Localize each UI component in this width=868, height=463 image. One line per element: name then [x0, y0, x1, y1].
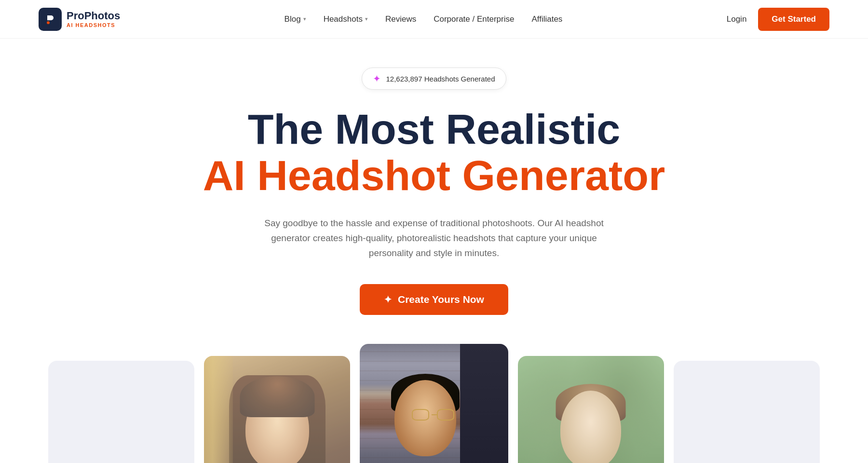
hero-title-line1: The Most Realistic: [248, 107, 621, 151]
hero-title-line2: AI Headshot Generator: [203, 153, 665, 198]
portrait-hair: [240, 376, 314, 417]
gallery-card-outer-left: [48, 361, 194, 463]
wand-icon: ✦: [384, 294, 392, 305]
hero-subtitle: Say goodbye to the hassle and expense of…: [256, 216, 612, 261]
logo-text: Pro Photos AI HEADSHOTS: [67, 10, 120, 27]
photo-gallery: [0, 344, 868, 463]
nav-reviews[interactable]: Reviews: [385, 14, 416, 24]
cta-label: Create Yours Now: [398, 294, 484, 305]
svg-point-1: [47, 21, 50, 24]
logo-ai-label: AI HEADSHOTS: [67, 22, 120, 28]
nav-right: Login Get Started: [727, 8, 829, 31]
login-link[interactable]: Login: [727, 14, 747, 24]
portrait-asian: [360, 344, 508, 463]
hero-section: ✦ 12,623,897 Headshots Generated The Mos…: [0, 39, 868, 344]
sparkle-icon: ✦: [373, 73, 381, 84]
get-started-button[interactable]: Get Started: [758, 8, 829, 31]
nav-headshots[interactable]: Headshots ▾: [324, 14, 368, 24]
create-yours-button[interactable]: ✦ Create Yours Now: [360, 284, 508, 315]
portrait-young-face: [560, 391, 621, 463]
gallery-card-woman: [204, 356, 350, 463]
blog-chevron-icon: ▾: [303, 16, 306, 22]
gallery-card-asian-man: [360, 344, 508, 463]
headshots-badge: ✦ 12,623,897 Headshots Generated: [362, 68, 506, 90]
portrait-young: [518, 356, 664, 463]
nav-blog[interactable]: Blog ▾: [285, 14, 306, 24]
headshots-chevron-icon: ▾: [365, 16, 368, 22]
logo-photos: Photos: [84, 10, 121, 22]
nav-affiliates[interactable]: Affiliates: [531, 14, 562, 24]
navbar: Pro Photos AI HEADSHOTS Blog ▾ Headshots…: [0, 0, 868, 39]
logo-icon: [39, 8, 62, 31]
logo[interactable]: Pro Photos AI HEADSHOTS: [39, 8, 120, 31]
gallery-card-young-man: [518, 356, 664, 463]
portrait-woman: [204, 356, 350, 463]
nav-corporate[interactable]: Corporate / Enterprise: [434, 14, 514, 24]
nav-links: Blog ▾ Headshots ▾ Reviews Corporate / E…: [285, 14, 563, 24]
gallery-card-outer-right: [674, 361, 820, 463]
badge-count: 12,623,897 Headshots Generated: [386, 75, 495, 83]
logo-pro: Pro: [67, 10, 84, 22]
